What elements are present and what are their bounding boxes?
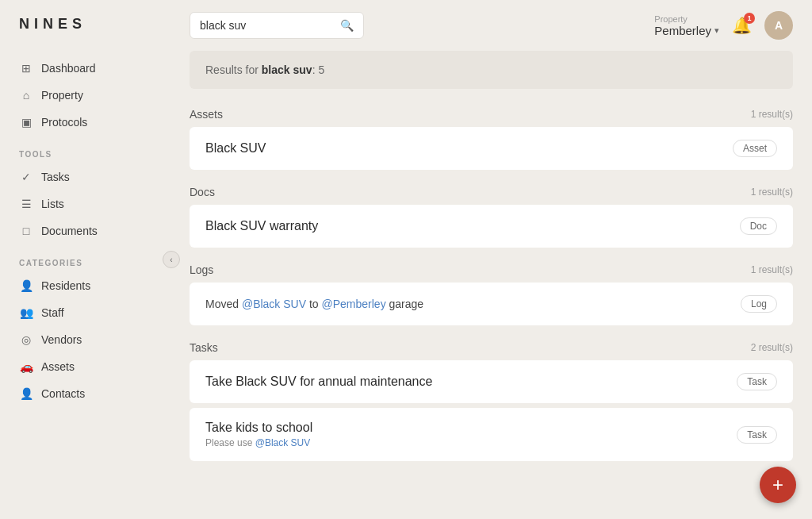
section-title-docs: Docs: [190, 186, 215, 198]
link-black-suv[interactable]: @Black SUV: [242, 298, 306, 310]
header-right: Property Pemberley ▾ 🔔 1 A: [654, 11, 793, 40]
documents-icon: □: [19, 225, 33, 237]
sidebar-item-residents[interactable]: 👤Residents: [0, 272, 170, 299]
assets-icon: 🚗: [19, 360, 33, 373]
result-card-task-2[interactable]: Take kids to school Please use @Black SU…: [190, 408, 793, 461]
property-icon: ⌂: [19, 89, 33, 102]
sidebar-item-label: Assets: [41, 360, 75, 373]
result-title-task-2: Take kids to school: [205, 421, 312, 435]
section-docs: Docs1 result(s)Black SUV warrantyDoc: [190, 183, 793, 248]
sidebar-item-tasks[interactable]: ✓Tasks: [0, 163, 170, 190]
result-card-asset-1[interactable]: Black SUVAsset: [190, 127, 793, 170]
sidebar-item-assets[interactable]: 🚗Assets: [0, 353, 170, 380]
result-tag-task-1: Task: [737, 373, 777, 390]
residents-icon: 👤: [19, 279, 33, 292]
result-tag-log-1: Log: [741, 295, 777, 313]
staff-icon: 👥: [19, 306, 33, 319]
results-banner: Results for black suv: 5: [190, 51, 793, 89]
property-name: Pemberley ▾: [654, 24, 719, 37]
categories-label: CATEGORIES: [0, 244, 170, 272]
result-tag-task-2: Task: [737, 426, 777, 444]
section-header-logs: Logs1 result(s): [190, 260, 793, 283]
tasks-icon: ✓: [19, 171, 33, 183]
section-count-assets: 1 result(s): [751, 109, 793, 120]
search-bar[interactable]: 🔍: [190, 12, 364, 39]
sidebar-item-label: Residents: [41, 279, 90, 292]
result-card-doc-1[interactable]: Black SUV warrantyDoc: [190, 205, 793, 248]
sidebar-item-staff[interactable]: 👥Staff: [0, 299, 170, 326]
section-assets: Assets1 result(s)Black SUVAsset: [190, 105, 793, 170]
tools-label: TOOLS: [0, 136, 170, 163]
sidebar-item-label: Dashboard: [41, 62, 96, 75]
sidebar-item-vendors[interactable]: ◎Vendors: [0, 326, 170, 353]
result-card-task-1[interactable]: Take Black SUV for annual maintenanceTas…: [190, 360, 793, 403]
property-label: Property: [654, 14, 719, 24]
sidebar-item-contacts[interactable]: 👤Contacts: [0, 380, 170, 407]
sidebar-item-label: Property: [41, 89, 83, 102]
sidebar-item-label: Staff: [41, 306, 64, 319]
section-title-tasks: Tasks: [190, 341, 218, 354]
property-selector[interactable]: Property Pemberley ▾: [654, 14, 719, 37]
section-title-assets: Assets: [190, 108, 223, 121]
protocols-icon: ▣: [19, 116, 33, 129]
sidebar-item-protocols[interactable]: ▣Protocols: [0, 109, 170, 136]
sidebar-collapse-toggle[interactable]: ‹: [163, 251, 180, 268]
notification-badge: 1: [744, 13, 755, 24]
section-count-tasks: 2 result(s): [751, 342, 793, 353]
fab-button[interactable]: +: [760, 467, 796, 503]
vendors-icon: ◎: [19, 333, 33, 346]
section-tasks: Tasks2 result(s)Take Black SUV for annua…: [190, 338, 793, 461]
sidebar-item-documents[interactable]: □Documents: [0, 217, 170, 244]
link-task-black-suv[interactable]: @Black SUV: [255, 437, 311, 448]
sidebar-item-label: Protocols: [41, 116, 87, 129]
result-title-task-1: Take Black SUV for annual maintenance: [205, 375, 432, 389]
section-header-assets: Assets1 result(s): [190, 105, 793, 127]
sidebar: NINES ⊞Dashboard⌂Property▣Protocols TOOL…: [0, 0, 170, 519]
result-tag-doc-1: Doc: [740, 217, 777, 235]
link-pemberley[interactable]: @Pemberley: [322, 298, 386, 310]
result-title-doc-1: Black SUV warranty: [205, 219, 318, 233]
result-title-log-1: Moved @Black SUV to @Pemberley garage: [205, 298, 423, 310]
section-count-docs: 1 result(s): [751, 186, 793, 198]
notification-bell[interactable]: 🔔 1: [732, 16, 752, 35]
sidebar-item-label: Documents: [41, 225, 98, 237]
header: 🔍 Property Pemberley ▾ 🔔 1 A: [170, 0, 812, 51]
app-logo: NINES: [0, 16, 170, 55]
chevron-down-icon: ▾: [714, 25, 719, 36]
lists-icon: ☰: [19, 198, 33, 210]
section-logs: Logs1 result(s)Moved @Black SUV to @Pemb…: [190, 260, 793, 325]
result-tag-asset-1: Asset: [733, 140, 777, 157]
avatar[interactable]: A: [764, 11, 793, 40]
results-banner-text: Results for black suv: 5: [205, 63, 324, 76]
contacts-icon: 👤: [19, 387, 33, 400]
section-header-tasks: Tasks2 result(s): [190, 338, 793, 360]
sidebar-item-property[interactable]: ⌂Property: [0, 82, 170, 109]
main-area: 🔍 Property Pemberley ▾ 🔔 1 A Results for…: [170, 0, 812, 519]
result-title-asset-1: Black SUV: [205, 141, 266, 156]
search-input[interactable]: [200, 19, 334, 32]
sidebar-item-label: Tasks: [41, 171, 70, 183]
dashboard-icon: ⊞: [19, 62, 33, 75]
result-card-log-1[interactable]: Moved @Black SUV to @Pemberley garageLog: [190, 283, 793, 325]
sidebar-item-lists[interactable]: ☰Lists: [0, 190, 170, 217]
section-title-logs: Logs: [190, 263, 213, 276]
result-subtitle-task-2: Please use @Black SUV: [205, 437, 312, 448]
section-header-docs: Docs1 result(s): [190, 183, 793, 205]
search-icon: 🔍: [340, 19, 354, 32]
sidebar-item-label: Contacts: [41, 387, 85, 400]
sidebar-item-label: Vendors: [41, 333, 82, 346]
section-count-logs: 1 result(s): [751, 264, 793, 275]
content-area: Results for black suv: 5 Assets1 result(…: [170, 51, 812, 519]
sidebar-item-label: Lists: [41, 198, 64, 210]
sidebar-item-dashboard[interactable]: ⊞Dashboard: [0, 55, 170, 82]
